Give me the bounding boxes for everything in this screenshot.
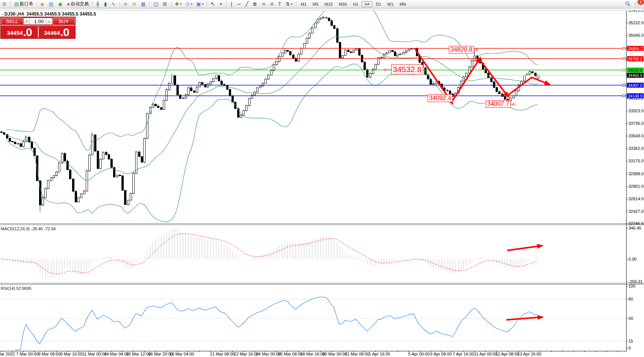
timeframe-mn[interactable]: MN — [397, 1, 409, 7]
volume-input[interactable]: 1.00 — [30, 18, 46, 25]
hline-icon[interactable]: ─ — [236, 0, 243, 8]
sell-button[interactable]: SELL — [1, 17, 23, 25]
market-watch-icon[interactable]: ◆ — [39, 0, 47, 8]
annotation-34532.8: 34532.8 — [391, 64, 423, 74]
price-tick-32427.0: 32427.0 — [628, 209, 644, 214]
indicators-icon[interactable]: ✚▾ — [173, 0, 183, 8]
new-order-button: ▤ — [14, 1, 19, 8]
timeframe-h1[interactable]: H1 — [350, 1, 361, 7]
timeframe-d1[interactable]: D1 — [373, 1, 384, 7]
macd-histogram — [2, 229, 538, 278]
tile-windows-icon[interactable]: ▦ — [139, 0, 148, 8]
text-label-icon[interactable]: T — [277, 0, 283, 8]
candle-chart-icon: ▮ — [104, 1, 107, 8]
periods-icon: ◷ — [186, 1, 190, 8]
search-icon[interactable] — [625, 1, 631, 7]
candle-chart-icon[interactable]: ▮ — [102, 0, 109, 8]
time-label: 30 Mar 00:00 — [323, 352, 347, 356]
timeframe-m5[interactable]: M5 — [310, 1, 321, 7]
template-icon: ▣ — [196, 1, 201, 8]
price-tick-32988.0: 32988.0 — [628, 171, 644, 176]
vline-icon[interactable]: ∣ — [229, 0, 235, 8]
rsi-tick-50: 50 — [628, 316, 633, 321]
macd-tick--256.31: -256.31 — [628, 279, 642, 284]
time-label: 6 Apr 08:00 — [430, 352, 452, 356]
timeframe-w1[interactable]: W1 — [384, 1, 396, 7]
arrows-icon[interactable]: ⇅▾ — [284, 0, 294, 8]
price-tick-33175.0: 33175.0 — [628, 159, 644, 163]
text-icon[interactable]: A — [269, 0, 276, 8]
symbol-name: DJ30-,H4 — [5, 11, 24, 17]
timeframe-m30[interactable]: M30 — [336, 1, 350, 7]
volume-decrease-button[interactable]: ▼ — [24, 18, 30, 25]
signals-icon[interactable]: ◉ — [57, 0, 65, 8]
trend-arrow — [479, 59, 507, 96]
arrange-windows-icon[interactable]: ◫ — [152, 0, 160, 8]
time-label: 25 Mar 08:00 — [278, 352, 303, 356]
template-icon[interactable]: ▣▾ — [195, 0, 205, 8]
fibonacci-icon[interactable]: ≋ — [260, 0, 268, 8]
bar-chart-icon[interactable]: ╫ — [94, 0, 102, 8]
chart-canvas[interactable] — [0, 0, 644, 357]
terminal-icon: ▥ — [49, 1, 54, 8]
price-label-34148.9: 34148.9 — [627, 93, 644, 98]
arrows-icon: ⇅ — [286, 1, 290, 8]
zoom-out-icon[interactable]: ⊖ — [131, 0, 139, 8]
time-label: 21 Mar 08:00 — [210, 352, 235, 356]
annotation-34820.8: 34820.8 — [449, 46, 474, 53]
sell-price[interactable]: 34454.0 — [1, 26, 38, 38]
fibonacci-icon: ≋ — [261, 1, 266, 8]
crosshair-icon[interactable]: + — [218, 0, 225, 8]
buy-button[interactable]: BUY — [53, 17, 75, 25]
new-order-button-label: 新订单 — [20, 1, 33, 7]
buy-price[interactable]: 34464.0 — [38, 26, 75, 38]
macd-tick-346.45: 346.45 — [628, 226, 641, 230]
price-tick-33549.0: 33549.0 — [628, 134, 644, 138]
arrows-icon-dropdown[interactable]: ▾ — [291, 2, 293, 6]
annotation-34092.4: 34092.4 — [428, 94, 453, 102]
cursor-icon: ↖ — [211, 1, 215, 8]
timeframe-m1[interactable]: M1 — [298, 1, 309, 7]
autotrading-button-label: 自动交易 — [71, 1, 89, 7]
autotrading-button[interactable]: ●自动交易 — [65, 0, 90, 8]
vline-icon: ∣ — [230, 1, 233, 8]
trendline-icon[interactable]: ╱ — [244, 0, 251, 8]
zoom-out-icon: ⊖ — [132, 1, 136, 8]
macd-trend-arrow — [508, 246, 540, 250]
cursor-icon[interactable]: ↖ — [209, 0, 217, 8]
trend-arrow — [532, 77, 548, 84]
periods-icon-dropdown[interactable]: ▾ — [191, 2, 192, 6]
market-watch-icon: ◆ — [41, 1, 44, 8]
time-label: 11 Apr 00:00 — [474, 352, 498, 356]
line-chart-icon[interactable]: ∿ — [110, 0, 118, 8]
time-label: 12 Apr 08:00 — [496, 352, 519, 356]
cascade-windows-icon[interactable]: ⊞ — [161, 0, 169, 8]
timeframe-h4[interactable]: H4 — [362, 1, 372, 7]
price-tick-32245.5: 32245.5 — [628, 221, 644, 226]
time-label: 1 Apr 16:00 — [369, 352, 390, 356]
toolbar-separator — [37, 1, 37, 7]
current-price-label: 34455.5 — [627, 73, 644, 78]
toolbar-separator — [207, 1, 207, 7]
notifications-icon[interactable]: 1 — [635, 1, 642, 7]
equidistant-channel-icon[interactable]: ≣ — [251, 0, 259, 8]
time-label: 7 Apr 16:00 — [453, 352, 474, 356]
timeframe-m15[interactable]: M15 — [322, 1, 335, 7]
volume-increase-button[interactable]: ▲ — [46, 18, 52, 25]
zoom-in-icon: ⊕ — [123, 1, 128, 8]
zoom-in-icon[interactable]: ⊕ — [122, 0, 130, 8]
time-label: 28 Mar 16:00 — [301, 352, 325, 356]
terminal-icon[interactable]: ▥ — [47, 0, 56, 8]
toolbar-separator — [92, 1, 93, 7]
new-order-button[interactable]: ▤新订单 — [13, 0, 35, 8]
time-label: 9 Mar 16:00 — [60, 352, 83, 356]
periods-icon[interactable]: ◷▾ — [184, 0, 194, 8]
macd-signal-line — [1, 234, 538, 274]
time-label: 11 Mar 00:00 — [82, 352, 107, 356]
template-icon-dropdown[interactable]: ▾ — [202, 2, 203, 6]
price-label-34307.0: 34307.0 — [627, 83, 644, 88]
trend-arrow — [507, 77, 532, 96]
indicators-icon-dropdown[interactable]: ▾ — [180, 2, 182, 6]
time-label: 15 Mar 12:00 — [126, 352, 151, 356]
rsi-tick-15: 15 — [628, 339, 633, 343]
